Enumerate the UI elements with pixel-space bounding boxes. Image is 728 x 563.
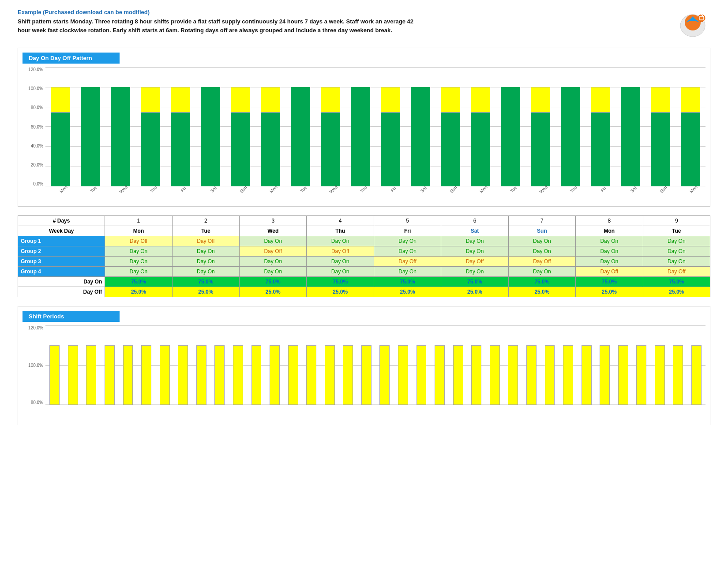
bar-group-5 bbox=[195, 67, 225, 186]
group-2-cell-8: Day On bbox=[643, 257, 710, 267]
bar-group-9 bbox=[315, 67, 345, 186]
shift-bar-5 bbox=[141, 345, 151, 405]
bar-group-10 bbox=[345, 67, 375, 186]
shift-bar-group-31 bbox=[614, 325, 632, 405]
shift-bar-34 bbox=[673, 345, 683, 405]
shift-bar-17 bbox=[361, 345, 372, 405]
shift-bar-group-0 bbox=[45, 325, 64, 405]
group-2-cell-6: Day Off bbox=[508, 257, 575, 267]
bar-green-11 bbox=[381, 113, 400, 186]
chart2-title: Shift Periods bbox=[23, 311, 120, 322]
group-0-cell-5: Day On bbox=[441, 236, 508, 246]
bar-stack-3 bbox=[141, 87, 160, 186]
shift-bar-23 bbox=[471, 345, 481, 405]
weekday-cell-4: Fri bbox=[374, 226, 441, 236]
y-axis: 0.0% 20.0% 40.0% 60.0% 80.0% 100.0% 120.… bbox=[23, 67, 45, 186]
group-1-cell-7: Day On bbox=[576, 246, 643, 257]
shift-xlabel-32 bbox=[632, 405, 651, 406]
logo bbox=[675, 9, 710, 40]
bar-stack-2 bbox=[111, 87, 130, 186]
group-0-cell-1: Day Off bbox=[172, 236, 239, 246]
shift-xlabel-10 bbox=[229, 405, 248, 406]
bar-group-2 bbox=[105, 67, 135, 186]
day-on-pct-0: 75.0% bbox=[105, 277, 172, 287]
group-0-cell-7: Day On bbox=[576, 236, 643, 246]
shift-bar-12 bbox=[270, 345, 280, 405]
day-off-pct-0: 25.0% bbox=[105, 287, 172, 297]
shift-bar-group-18 bbox=[375, 325, 394, 405]
bar-stack-14 bbox=[471, 87, 490, 186]
bar-green-2 bbox=[111, 87, 130, 186]
shift-bar-group-30 bbox=[596, 325, 614, 405]
weekday-cell-3: Thu bbox=[307, 226, 374, 236]
bar-yellow-21 bbox=[681, 87, 700, 113]
bar-green-19 bbox=[621, 87, 640, 186]
shift-bar-group-35 bbox=[687, 325, 706, 405]
bar-group-8 bbox=[285, 67, 315, 186]
day-num-4: 5 bbox=[374, 216, 441, 226]
shift-bar-24 bbox=[490, 345, 500, 405]
bar-stack-11 bbox=[381, 87, 400, 186]
shift-bar-group-32 bbox=[632, 325, 651, 405]
shift-xlabel-28 bbox=[559, 405, 578, 406]
bar-green-16 bbox=[531, 113, 550, 186]
shift-xlabel-25 bbox=[504, 405, 522, 406]
shift-bar-1 bbox=[68, 345, 78, 405]
bar-green-4 bbox=[171, 113, 190, 186]
shift-bar-22 bbox=[453, 345, 463, 405]
description: Shift pattern starts Monday. Three rotat… bbox=[18, 17, 415, 34]
bar-stack-8 bbox=[291, 87, 310, 186]
shift-bar-7 bbox=[178, 345, 188, 405]
group-3-cell-3: Day On bbox=[307, 267, 374, 277]
day-off-pct-3: 25.0% bbox=[307, 287, 374, 297]
group-3-cell-8: Day Off bbox=[643, 267, 710, 277]
shift-bar-group-24 bbox=[486, 325, 504, 405]
shift-xlabel-15 bbox=[320, 405, 339, 406]
day-on-pct-5: 75.0% bbox=[441, 277, 508, 287]
day-off-pct-4: 25.0% bbox=[374, 287, 441, 297]
group-1-cell-2: Day Off bbox=[240, 246, 307, 257]
shift-xlabel-23 bbox=[467, 405, 486, 406]
shift-bar-group-4 bbox=[119, 325, 137, 405]
shift-bar-11 bbox=[251, 345, 262, 405]
shift-bar-29 bbox=[582, 345, 592, 405]
weekday-cell-7: Mon bbox=[576, 226, 643, 236]
chart2-x-labels bbox=[45, 405, 705, 423]
shift-bar-group-27 bbox=[540, 325, 559, 405]
shift-xlabel-31 bbox=[614, 405, 632, 406]
shift-bar-group-17 bbox=[357, 325, 376, 405]
day-off-pct-7: 25.0% bbox=[576, 287, 643, 297]
day-num-0: 1 bbox=[105, 216, 172, 226]
group-3-cell-2: Day On bbox=[240, 267, 307, 277]
shift-bar-group-2 bbox=[82, 325, 101, 405]
shift-bar-group-12 bbox=[266, 325, 284, 405]
shift-bar-6 bbox=[160, 345, 170, 405]
group-2-cell-2: Day On bbox=[240, 257, 307, 267]
shift-bar-group-15 bbox=[320, 325, 339, 405]
bar-green-0 bbox=[51, 113, 70, 186]
bar-group-13 bbox=[435, 67, 465, 186]
shift-bar-group-29 bbox=[577, 325, 596, 405]
group-label-1: Group 2 bbox=[18, 246, 105, 257]
y-label-80: 80.0% bbox=[23, 105, 45, 110]
y-label-60: 60.0% bbox=[23, 125, 45, 129]
bar-stack-19 bbox=[621, 87, 640, 186]
bar-stack-18 bbox=[591, 87, 610, 186]
shift-xlabel-14 bbox=[302, 405, 321, 406]
bar-stack-9 bbox=[321, 87, 340, 186]
chart2-y-120: 120.0% bbox=[23, 325, 45, 330]
bar-yellow-6 bbox=[231, 87, 250, 113]
bar-group-15 bbox=[495, 67, 525, 186]
shift-bar-group-8 bbox=[192, 325, 211, 405]
shift-bar-27 bbox=[545, 345, 555, 405]
chart2-bars-area bbox=[45, 325, 705, 405]
shift-xlabel-11 bbox=[247, 405, 266, 406]
shift-bar-10 bbox=[233, 345, 243, 405]
bar-group-18 bbox=[585, 67, 615, 186]
weekday-cell-8: Tue bbox=[643, 226, 710, 236]
group-1-cell-3: Day Off bbox=[307, 246, 374, 257]
shift-xlabel-19 bbox=[394, 405, 413, 406]
chart2-bars bbox=[45, 325, 705, 405]
chart2-y-axis: 80.0% 100.0% 120.0% bbox=[23, 325, 45, 405]
bar-stack-15 bbox=[501, 87, 520, 186]
